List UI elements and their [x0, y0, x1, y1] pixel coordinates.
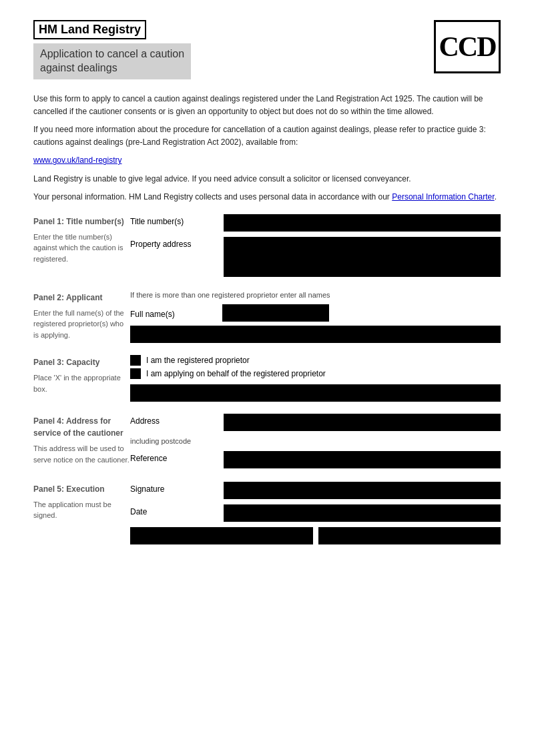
panel5-name-row	[130, 527, 501, 544]
gov-link[interactable]: www.gov.uk/land-registry	[33, 155, 122, 165]
panel4-field1-row: Address	[130, 414, 501, 431]
panel5: Panel 5: Execution The application must …	[33, 482, 501, 548]
panel2-field1-label: Full name(s)	[130, 307, 217, 319]
panel2-label: Panel 2: Applicant Enter the full name(s…	[33, 290, 130, 347]
panel3-option1-row: I am the registered proprietor	[130, 355, 501, 366]
panel1: Panel 1: Title number(s) Enter the title…	[33, 214, 501, 282]
panel2-date-input[interactable]	[222, 304, 329, 322]
panel4-field1-label: Address	[130, 414, 217, 426]
panel5-name-input-2[interactable]	[318, 527, 501, 544]
intro-para1: Use this form to apply to cancel a cauti…	[33, 93, 501, 118]
form-title: Application to cancel a caution against …	[33, 43, 191, 79]
ccd-logo: CCD	[434, 20, 501, 73]
panel5-signature-input[interactable]	[224, 482, 501, 499]
panel5-name-input-1[interactable]	[130, 527, 313, 544]
panel5-field2-label: Date	[130, 504, 217, 516]
org-name: HM Land Registry	[33, 20, 146, 39]
panel2: Panel 2: Applicant Enter the full name(s…	[33, 290, 501, 347]
panel3-option2-row: I am applying on behalf of the registere…	[130, 368, 501, 379]
panel3-extra-field	[130, 384, 501, 402]
panel3-checkbox1[interactable]	[130, 355, 141, 366]
panel1-field1-label: Title number(s)	[130, 214, 217, 226]
header-left: HM Land Registry Application to cancel a…	[33, 20, 191, 79]
panel4-field2-row: Reference	[130, 451, 501, 468]
panel5-field2-row: Date	[130, 504, 501, 522]
panel1-address-input[interactable]	[224, 237, 501, 277]
panel4-address-input[interactable]	[224, 414, 501, 431]
panel1-field1-row: Title number(s)	[130, 214, 501, 232]
panel5-fields: Signature Date	[130, 482, 501, 548]
panel4-reference-input[interactable]	[224, 451, 501, 468]
intro-para2: If you need more information about the p…	[33, 123, 501, 149]
intro-para4: Your personal information. HM Land Regis…	[33, 191, 501, 204]
panel5-field1-row: Signature	[130, 482, 501, 499]
panel4-fields: Address including postcode Reference	[130, 414, 501, 473]
panel4: Panel 4: Address for service of the caut…	[33, 414, 501, 473]
panel2-fullname-input[interactable]	[130, 326, 501, 343]
intro-para3: Land Registry is unable to give legal ad…	[33, 173, 501, 185]
panel3-label: Panel 3: Capacity Place 'X' in the appro…	[33, 355, 130, 406]
intro-section: Use this form to apply to cancel a cauti…	[33, 93, 501, 204]
panel3-checkbox2[interactable]	[130, 368, 141, 379]
panel3-option1-label: I am the registered proprietor	[146, 356, 250, 365]
panel2-field1-row: Full name(s)	[130, 304, 501, 322]
panel5-field1-label: Signature	[130, 482, 217, 494]
panel2-fields: If there is more than one registered pro…	[130, 290, 501, 347]
panel3-fields: I am the registered proprietor I am appl…	[130, 355, 501, 406]
panel3: Panel 3: Capacity Place 'X' in the appro…	[33, 355, 501, 406]
panel1-field2-label: Property address	[130, 237, 217, 249]
panel1-label: Panel 1: Title number(s) Enter the title…	[33, 214, 130, 282]
panel4-field2-label: Reference	[130, 451, 217, 463]
panel5-date-input[interactable]	[224, 504, 501, 522]
panel5-label: Panel 5: Execution The application must …	[33, 482, 130, 548]
panel1-fields: Title number(s) Property address	[130, 214, 501, 282]
page-header: HM Land Registry Application to cancel a…	[33, 20, 501, 79]
panel1-field2-row: Property address	[130, 237, 501, 277]
panel3-option2-label: I am applying on behalf of the registere…	[146, 369, 326, 378]
personal-info-link[interactable]: Personal Information Charter	[392, 192, 494, 202]
intro-link-line: www.gov.uk/land-registry	[33, 154, 501, 167]
panel1-title-number-input[interactable]	[224, 214, 501, 232]
panel3-name-input[interactable]	[130, 384, 501, 402]
panel4-label: Panel 4: Address for service of the caut…	[33, 414, 130, 473]
